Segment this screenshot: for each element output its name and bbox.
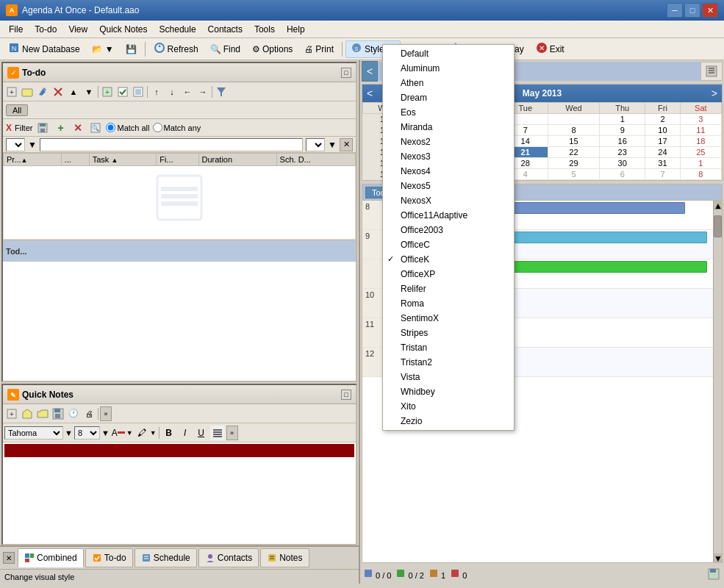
underline-button[interactable]: U: [194, 426, 209, 440]
menu-quicknotes[interactable]: Quick Notes: [93, 23, 153, 36]
style-athen[interactable]: Athen: [383, 76, 514, 90]
cal-day[interactable]: 30: [600, 158, 645, 169]
tab-schedule[interactable]: Schedule: [135, 548, 197, 567]
style-eos[interactable]: Eos: [383, 105, 514, 120]
todo-select-btn[interactable]: [131, 85, 146, 99]
style-officek[interactable]: OfficeK: [383, 252, 514, 267]
left-nav-btn[interactable]: <: [362, 61, 378, 82]
style-nexosx[interactable]: NexosX: [383, 193, 514, 208]
todo-all-button[interactable]: All: [6, 104, 28, 116]
cal-day[interactable]: 8: [680, 169, 721, 180]
col-dot[interactable]: ...: [61, 154, 89, 166]
cal-day[interactable]: 1: [600, 114, 645, 125]
cal-day[interactable]: 29: [548, 158, 599, 169]
quicknotes-maximize[interactable]: □: [341, 390, 351, 400]
find-button[interactable]: 🔍 Find: [205, 40, 245, 58]
style-nexos2[interactable]: Nexos2: [383, 135, 514, 149]
style-sentimox[interactable]: SentimoX: [383, 311, 514, 326]
style-default[interactable]: Default: [383, 46, 514, 61]
align-btn[interactable]: [210, 426, 225, 440]
col-priority[interactable]: Pr...▲: [4, 154, 62, 166]
cal-day[interactable]: 1: [680, 158, 721, 169]
style-relifer[interactable]: Relifer: [383, 282, 514, 296]
cal-day[interactable]: 25: [680, 147, 721, 158]
todo-plus-btn[interactable]: +: [100, 85, 115, 99]
menu-contacts[interactable]: Contacts: [202, 23, 248, 36]
style-office11adaptive[interactable]: Office11Adaptive: [383, 208, 514, 223]
style-miranda[interactable]: Miranda: [383, 120, 514, 135]
qn-save-btn[interactable]: [51, 406, 65, 421]
todo-checkbox-btn[interactable]: [115, 85, 130, 99]
qn-time-btn[interactable]: 🕐: [66, 406, 81, 421]
style-whidbey[interactable]: Whidbey: [383, 384, 514, 399]
cal-day[interactable]: 16: [600, 136, 645, 147]
cal-day[interactable]: 6: [600, 169, 645, 180]
filter-save-btn[interactable]: [35, 121, 50, 135]
todo-arrow-left[interactable]: ←: [180, 85, 195, 99]
menu-schedule[interactable]: Schedule: [154, 23, 202, 36]
font-family-select[interactable]: Tahoma: [4, 426, 63, 440]
style-zezio[interactable]: Zezio: [383, 414, 514, 429]
menu-tools[interactable]: Tools: [248, 23, 281, 36]
style-tristan[interactable]: Tristan: [383, 340, 514, 355]
style-xito[interactable]: Xito: [383, 399, 514, 414]
todo-edit-btn[interactable]: [35, 85, 50, 99]
filter-clear-btn[interactable]: ✕: [340, 138, 353, 151]
font-color-btn[interactable]: A: [111, 426, 126, 440]
cal-day[interactable]: 24: [645, 147, 680, 158]
refresh-button[interactable]: Refresh: [148, 40, 204, 58]
highlight-btn[interactable]: 🖍: [135, 426, 149, 440]
bold-button[interactable]: B: [162, 426, 176, 440]
exit-button[interactable]: ✕ Exit: [531, 40, 570, 58]
scroll-up-btn[interactable]: ▲: [714, 201, 722, 209]
style-dream[interactable]: Dream: [383, 90, 514, 105]
scroll-down-btn[interactable]: ▼: [714, 553, 722, 562]
todo-arrow-right[interactable]: →: [196, 85, 210, 99]
event-block-cyan[interactable]: [484, 232, 707, 243]
filter-field-select[interactable]: [6, 138, 25, 151]
menu-help[interactable]: Help: [281, 23, 311, 36]
right-save-btn[interactable]: [706, 567, 721, 581]
cal-day[interactable]: 8: [548, 125, 599, 136]
cal-day[interactable]: 22: [548, 147, 599, 158]
col-schd[interactable]: Sch. D...: [276, 154, 355, 166]
cal-day[interactable]: 17: [645, 136, 680, 147]
options-button[interactable]: ⚙ Options: [247, 40, 298, 58]
italic-button[interactable]: I: [178, 426, 193, 440]
maximize-button[interactable]: □: [684, 3, 700, 18]
format-more-btn[interactable]: »: [226, 426, 238, 440]
todo-new-btn[interactable]: +: [4, 85, 19, 99]
filter-add-btn[interactable]: +: [53, 121, 68, 135]
menu-todo[interactable]: To-do: [29, 23, 62, 36]
match-all-option[interactable]: Match all: [106, 123, 149, 132]
todo-maximize-button[interactable]: □: [341, 68, 351, 78]
view-toggle[interactable]: [700, 62, 723, 81]
style-stripes[interactable]: Stripes: [383, 326, 514, 340]
cal-day[interactable]: 2: [645, 114, 680, 125]
vertical-scrollbar[interactable]: ▲ ▼: [713, 201, 722, 562]
todo-arrow-up[interactable]: ↑: [149, 85, 164, 99]
todo-filter-toggle[interactable]: [214, 85, 229, 99]
calendar-next-btn[interactable]: >: [712, 87, 717, 99]
col-task[interactable]: Task ▲: [89, 154, 156, 166]
match-any-option[interactable]: Match any: [153, 123, 201, 132]
font-size-select[interactable]: 8: [74, 426, 100, 440]
cal-day[interactable]: 18: [680, 136, 721, 147]
cal-day[interactable]: 9: [600, 125, 645, 136]
qn-content[interactable]: [3, 442, 356, 544]
style-tristan2[interactable]: Tristan2: [383, 355, 514, 370]
scroll-thumb[interactable]: [714, 215, 722, 237]
style-nexos5[interactable]: Nexos5: [383, 179, 514, 193]
cal-day[interactable]: 7: [645, 169, 680, 180]
filter-op-select[interactable]: [306, 138, 325, 151]
col-duration[interactable]: Duration: [198, 154, 276, 166]
tab-todo[interactable]: To-do: [85, 548, 133, 567]
style-nexos4[interactable]: Nexos4: [383, 164, 514, 179]
style-officexp[interactable]: OfficeXP: [383, 267, 514, 282]
cal-day[interactable]: 31: [645, 158, 680, 169]
style-roma[interactable]: Roma: [383, 296, 514, 311]
todo-up-btn[interactable]: ▲: [66, 85, 81, 99]
tab-close-btn[interactable]: ✕: [3, 552, 15, 564]
filter-search-icon[interactable]: 🔍: [88, 121, 103, 135]
style-nexos3[interactable]: Nexos3: [383, 149, 514, 164]
